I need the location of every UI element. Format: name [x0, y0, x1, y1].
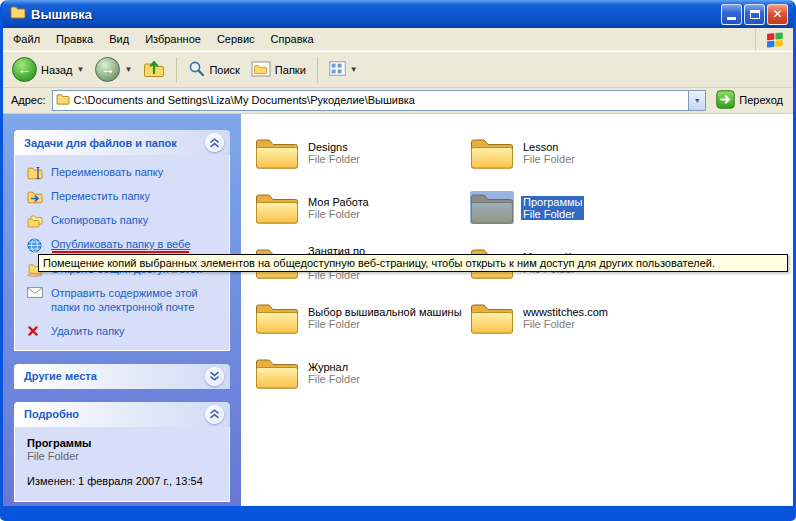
task-item[interactable]: Переименовать папку: [27, 165, 223, 180]
folder-icon: [470, 135, 514, 171]
search-button[interactable]: Поиск: [183, 56, 244, 83]
file-tile[interactable]: Программы File Folder: [470, 187, 685, 229]
task-label: Отправить содержимое этой папки по элект…: [51, 286, 223, 315]
forward-icon: →: [95, 57, 120, 82]
delete-icon: [27, 324, 44, 337]
views-dropdown-icon: ▼: [350, 65, 358, 74]
file-tile[interactable]: Выбор вышивальной машины File Folder: [255, 297, 470, 339]
back-dropdown-icon: ▼: [77, 65, 85, 74]
address-input[interactable]: C:\Documents and Settings\Liza\My Docume…: [52, 90, 707, 111]
task-label: Удалить папку: [51, 324, 125, 338]
menu-item[interactable]: Сервис: [209, 29, 263, 49]
menu-item[interactable]: Вид: [101, 29, 137, 49]
window-title: Вышивка: [31, 7, 716, 22]
menu-item[interactable]: Справка: [263, 29, 322, 49]
folders-label: Папки: [275, 64, 306, 76]
task-pane: Задачи для файлов и папок Переименовать …: [3, 114, 241, 506]
folder-icon: [255, 300, 299, 336]
file-name: Программы: [521, 196, 584, 208]
go-icon: [716, 90, 735, 111]
details-body: Программы File Folder Изменен: 1 февраля…: [14, 427, 230, 502]
window-folder-icon: [10, 5, 26, 23]
task-label: Переименовать папку: [51, 165, 163, 179]
file-name: wwwstitches.com: [521, 306, 610, 318]
folder-icon: [255, 135, 299, 171]
details-title: Подробно: [24, 408, 205, 420]
file-name: Lesson: [521, 141, 577, 153]
minimize-button[interactable]: [721, 4, 742, 25]
file-name: Моя Работа: [306, 196, 371, 208]
folder-icon: [470, 190, 514, 226]
file-type: File Folder: [306, 373, 362, 385]
close-icon: ✕: [772, 7, 782, 21]
file-type: File Folder: [306, 318, 464, 330]
other-places-section: Другие места: [14, 364, 230, 389]
back-label: Назад: [41, 64, 73, 76]
task-item[interactable]: Удалить папку: [27, 324, 223, 338]
file-name: Выбор вышивальной машины: [306, 306, 464, 318]
file-type: File Folder: [306, 208, 371, 220]
details-file-type: File Folder: [27, 450, 219, 462]
close-button[interactable]: ✕: [767, 4, 788, 25]
collapse-chevron-icon[interactable]: [205, 405, 224, 424]
rename-folder-icon: [27, 165, 44, 180]
search-icon: [188, 60, 205, 79]
search-label: Поиск: [209, 64, 239, 76]
menu-bar: Файл Правка Вид Избранное Сервис Справка: [3, 28, 793, 51]
file-tasks-header[interactable]: Задачи для файлов и папок: [14, 130, 230, 155]
file-tile[interactable]: Моя Работа File Folder: [255, 187, 470, 229]
up-folder-icon: [143, 60, 165, 80]
address-dropdown-button[interactable]: ▼: [688, 91, 705, 110]
file-name: Designs: [306, 141, 362, 153]
toolbar-separator: [317, 57, 318, 83]
folders-button[interactable]: Папки: [246, 57, 311, 83]
go-label: Переход: [739, 94, 783, 106]
file-tile[interactable]: Журнал File Folder: [255, 352, 470, 394]
title-bar: Вышивка ✕: [3, 0, 793, 28]
back-button[interactable]: ← Назад ▼: [7, 53, 89, 86]
move-folder-icon: [27, 189, 44, 204]
other-places-header[interactable]: Другие места: [14, 364, 230, 389]
folders-icon: [251, 61, 271, 79]
publish-tooltip: Помещение копий выбранных элементов на о…: [38, 254, 788, 272]
expand-chevron-icon[interactable]: [205, 367, 224, 386]
details-header[interactable]: Подробно: [14, 402, 230, 427]
forward-button[interactable]: → ▼: [90, 53, 137, 86]
folder-icon: [470, 300, 514, 336]
maximize-button[interactable]: [744, 4, 765, 25]
address-label: Адрес:: [11, 94, 46, 106]
file-tile[interactable]: Designs File Folder: [255, 132, 470, 174]
up-button[interactable]: [138, 56, 170, 84]
other-places-title: Другие места: [24, 370, 205, 382]
folder-icon: [255, 190, 299, 226]
task-item[interactable]: Переместить папку: [27, 189, 223, 204]
toolbar: ← Назад ▼ → ▼ Поиск Папки ▼: [3, 51, 793, 88]
go-button[interactable]: Переход: [712, 90, 787, 111]
task-item[interactable]: Скопировать папку: [27, 213, 223, 228]
views-icon: [329, 61, 346, 78]
minimize-icon: [727, 17, 736, 20]
file-type: File Folder: [521, 208, 584, 220]
forward-dropdown-icon: ▼: [124, 65, 132, 74]
menu-item[interactable]: Правка: [48, 29, 101, 49]
details-modified: Изменен: 1 февраля 2007 г., 13:54: [27, 475, 219, 487]
file-type: File Folder: [521, 318, 610, 330]
copy-folder-icon: [27, 213, 44, 228]
menu-item[interactable]: Файл: [5, 29, 48, 49]
task-label: Опубликовать папку в вебе: [51, 237, 190, 251]
file-tile[interactable]: Lesson File Folder: [470, 132, 685, 174]
task-item[interactable]: Отправить содержимое этой папки по элект…: [27, 286, 223, 315]
views-button[interactable]: ▼: [324, 57, 363, 82]
file-tasks-list: Переименовать папку Переместить папку Ск…: [14, 155, 230, 351]
file-tasks-section: Задачи для файлов и папок Переименовать …: [14, 130, 230, 351]
address-folder-icon: [56, 93, 70, 107]
menu-item[interactable]: Избранное: [137, 29, 209, 49]
explorer-window: Вышивка ✕ Файл Правка Вид Избранное Серв…: [0, 0, 796, 521]
maximize-icon: [750, 10, 760, 19]
address-path: C:\Documents and Settings\Liza\My Docume…: [74, 94, 685, 106]
task-item[interactable]: Опубликовать папку в вебе: [27, 237, 223, 253]
file-tasks-title: Задачи для файлов и папок: [24, 137, 205, 149]
file-tile[interactable]: wwwstitches.com File Folder: [470, 297, 685, 339]
collapse-chevron-icon[interactable]: [205, 133, 224, 152]
file-type: File Folder: [306, 153, 362, 165]
